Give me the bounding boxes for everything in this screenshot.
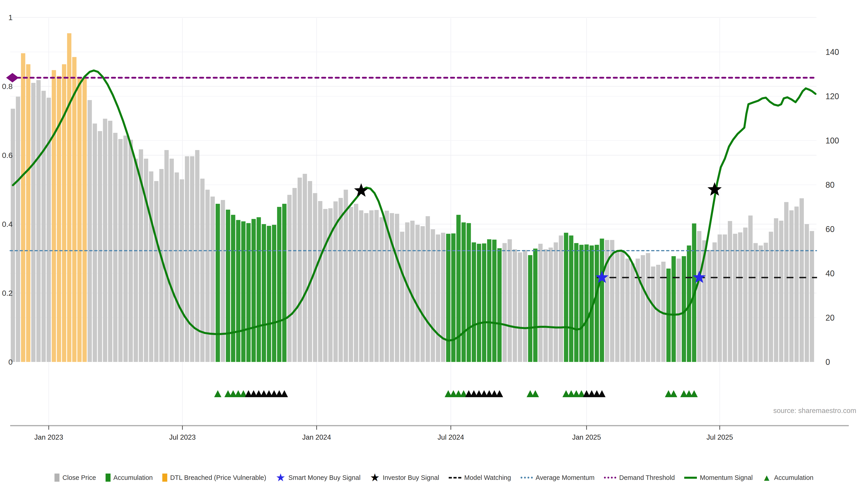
dtl-breached-bar (77, 78, 82, 362)
close-price-bar (441, 233, 445, 362)
close-price-bar (743, 228, 747, 362)
close-price-bar (769, 232, 773, 362)
close-price-bar (339, 198, 343, 362)
y-right-tick-label: 0 (826, 357, 830, 367)
close-price-bar (784, 202, 788, 362)
close-price-bar (313, 193, 317, 362)
close-price-bar (707, 250, 712, 362)
accumulation-bar (477, 244, 481, 362)
accumulation-bar (467, 223, 471, 362)
close-price-bar (123, 135, 128, 362)
y-right-tick-label: 60 (826, 225, 835, 234)
close-price-bar (41, 91, 46, 362)
close-price-bar (323, 209, 328, 362)
y-right-tick-label: 20 (826, 313, 835, 322)
close-price-bar (190, 156, 194, 362)
legend-dotted-line-icon (604, 477, 616, 479)
close-price-bar (298, 177, 302, 362)
legend-item: Accumulation (105, 474, 153, 482)
accumulation-bar (216, 204, 220, 362)
close-price-bar (677, 259, 681, 362)
dtl-breached-bar (62, 64, 66, 362)
close-price-bar (206, 190, 210, 362)
close-price-bar (625, 259, 630, 362)
accumulation-bar (267, 226, 271, 362)
legend-item-label: Accumulation (774, 474, 813, 482)
close-price-bar (395, 214, 399, 362)
close-price-bar (98, 131, 102, 362)
close-price-bar (723, 234, 727, 362)
accumulation-bar (672, 256, 676, 362)
accumulation-triangle (214, 390, 221, 397)
close-price-bar (354, 204, 358, 362)
accumulation-bar (282, 204, 286, 362)
legend-swatch-icon (105, 474, 111, 482)
accumulation-triangle-black (496, 390, 503, 397)
accumulation-bar (241, 221, 246, 362)
close-price-bar (364, 213, 368, 362)
close-price-bar (103, 119, 107, 362)
legend-item-label: Average Momentum (536, 474, 595, 482)
legend-dashed-line-icon (449, 477, 461, 479)
chart-legend: Close PriceAccumulationDTL Breached (Pri… (0, 474, 868, 482)
close-price-bar (303, 174, 307, 362)
close-price-bar (180, 180, 184, 362)
legend-item-label: Close Price (62, 474, 96, 482)
dtl-breached-bar (52, 70, 56, 362)
accumulation-bar (579, 245, 584, 362)
close-price-bar (421, 226, 425, 362)
close-price-bar (369, 210, 374, 362)
accumulation-bar (595, 245, 599, 362)
close-price-bar (779, 221, 783, 362)
accumulation-bar (528, 255, 532, 362)
close-price-bar (646, 253, 650, 362)
close-price-bar (712, 242, 717, 362)
legend-item-label: DTL Breached (Price Vulnerable) (170, 474, 266, 482)
accumulation-bar (682, 256, 686, 362)
close-price-bar (538, 244, 542, 362)
accumulation-triangle-black (281, 390, 288, 397)
legend-item: ▲Accumulation (762, 474, 813, 482)
legend-item: ★Investor Buy Signal (370, 474, 439, 482)
legend-triangle-icon: ▲ (762, 474, 771, 482)
source-attribution: source: sharemaestro.com (773, 407, 856, 415)
close-price-bar (718, 234, 722, 362)
close-price-bar (164, 150, 168, 362)
close-price-bar (211, 197, 215, 362)
accumulation-bar (262, 224, 266, 362)
accumulation-bar (600, 238, 604, 362)
close-price-bar (748, 216, 753, 362)
close-price-bar (287, 195, 291, 362)
close-price-bar (764, 242, 768, 362)
close-price-bar (46, 98, 51, 362)
close-price-bar (728, 221, 732, 362)
legend-item-label: Demand Threshold (619, 474, 675, 482)
legend-swatch-icon (55, 474, 59, 482)
close-price-bar (549, 248, 553, 362)
dtl-breached-bar (57, 76, 61, 362)
dtl-breached-bar (21, 53, 25, 362)
close-price-bar (36, 80, 41, 362)
legend-item-label: Investor Buy Signal (383, 474, 439, 482)
y-left-tick-label: 0.2 (2, 289, 13, 297)
close-price-bar (733, 234, 737, 362)
legend-item: Model Watching (449, 474, 511, 482)
close-price-bar (11, 109, 15, 362)
legend-item-label: Accumulation (114, 474, 153, 482)
legend-item: Average Momentum (521, 474, 595, 482)
dtl-breached-bar (26, 64, 30, 362)
y-left-tick-label: 0.6 (2, 151, 13, 160)
accumulation-bar (574, 243, 579, 362)
close-price-bar (308, 181, 312, 362)
chart-page: Jan 2023Jul 2023Jan 2024Jul 2024Jan 2025… (0, 0, 868, 488)
close-price-bar (544, 249, 548, 362)
x-tick-label: Jan 2025 (572, 433, 601, 441)
y-right-tick-label: 100 (826, 136, 839, 145)
y-right-tick-label: 80 (826, 180, 835, 190)
y-right-tick-label: 140 (826, 47, 839, 57)
accumulation-triangle (532, 390, 539, 397)
close-price-bar (175, 172, 179, 362)
legend-item: Momentum Signal (684, 474, 753, 482)
close-price-bar (738, 232, 742, 362)
accumulation-bar (497, 248, 502, 362)
